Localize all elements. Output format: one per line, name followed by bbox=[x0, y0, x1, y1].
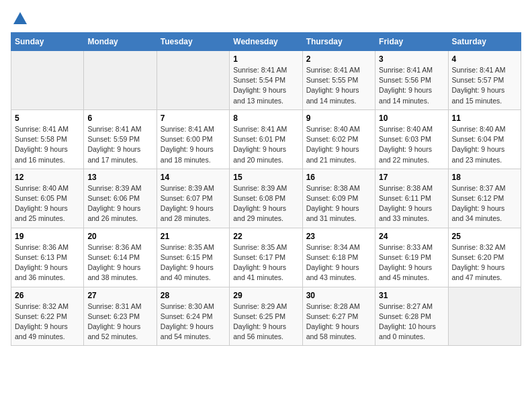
day-number: 15 bbox=[233, 173, 298, 182]
day-info: Sunrise: 8:31 AMSunset: 6:23 PMDaylight:… bbox=[87, 302, 152, 342]
day-number: 4 bbox=[452, 54, 517, 64]
day-info: Sunrise: 8:41 AMSunset: 5:55 PMDaylight:… bbox=[306, 65, 371, 106]
calendar-cell: 7Sunrise: 8:41 AMSunset: 6:00 PMDaylight… bbox=[157, 109, 229, 169]
day-number: 31 bbox=[379, 291, 444, 300]
calendar-cell: 18Sunrise: 8:37 AMSunset: 6:12 PMDayligh… bbox=[448, 169, 521, 228]
weekday-header-friday: Friday bbox=[375, 33, 448, 51]
calendar-cell: 19Sunrise: 8:36 AMSunset: 6:13 PMDayligh… bbox=[11, 228, 84, 287]
weekday-header-tuesday: Tuesday bbox=[157, 33, 229, 51]
day-info: Sunrise: 8:27 AMSunset: 6:28 PMDaylight:… bbox=[379, 302, 444, 342]
day-info: Sunrise: 8:41 AMSunset: 6:01 PMDaylight:… bbox=[233, 124, 298, 165]
day-number: 24 bbox=[379, 232, 444, 241]
day-info: Sunrise: 8:41 AMSunset: 5:57 PMDaylight:… bbox=[452, 65, 517, 106]
calendar-cell: 2Sunrise: 8:41 AMSunset: 5:55 PMDaylight… bbox=[302, 51, 375, 110]
day-number: 28 bbox=[161, 291, 226, 300]
calendar-cell: 4Sunrise: 8:41 AMSunset: 5:57 PMDaylight… bbox=[448, 51, 521, 110]
day-info: Sunrise: 8:40 AMSunset: 6:03 PMDaylight:… bbox=[379, 124, 444, 165]
day-info: Sunrise: 8:40 AMSunset: 6:05 PMDaylight:… bbox=[15, 183, 80, 224]
calendar-cell: 23Sunrise: 8:34 AMSunset: 6:18 PMDayligh… bbox=[302, 228, 375, 287]
calendar-cell: 30Sunrise: 8:28 AMSunset: 6:27 PMDayligh… bbox=[302, 287, 375, 346]
day-number: 17 bbox=[379, 173, 444, 182]
calendar-cell: 1Sunrise: 8:41 AMSunset: 5:54 PMDaylight… bbox=[230, 51, 302, 110]
calendar-cell: 28Sunrise: 8:30 AMSunset: 6:24 PMDayligh… bbox=[157, 287, 229, 346]
day-number: 23 bbox=[306, 232, 371, 241]
day-number: 5 bbox=[15, 113, 80, 123]
day-number: 14 bbox=[161, 173, 226, 182]
day-info: Sunrise: 8:39 AMSunset: 6:08 PMDaylight:… bbox=[233, 183, 298, 224]
calendar-cell: 20Sunrise: 8:36 AMSunset: 6:14 PMDayligh… bbox=[84, 228, 157, 287]
day-info: Sunrise: 8:38 AMSunset: 6:09 PMDaylight:… bbox=[306, 183, 371, 224]
day-number: 21 bbox=[161, 232, 226, 241]
day-number: 9 bbox=[306, 113, 371, 123]
day-number: 1 bbox=[233, 54, 298, 64]
day-info: Sunrise: 8:29 AMSunset: 6:25 PMDaylight:… bbox=[233, 302, 298, 342]
day-number: 16 bbox=[306, 173, 371, 182]
weekday-header-monday: Monday bbox=[84, 33, 157, 51]
calendar-cell bbox=[84, 51, 157, 110]
day-number: 6 bbox=[87, 113, 152, 123]
calendar-cell: 9Sunrise: 8:40 AMSunset: 6:02 PMDaylight… bbox=[302, 109, 375, 169]
day-number: 30 bbox=[306, 291, 371, 300]
calendar-cell: 25Sunrise: 8:32 AMSunset: 6:20 PMDayligh… bbox=[448, 228, 521, 287]
day-number: 2 bbox=[306, 54, 371, 64]
weekday-header-saturday: Saturday bbox=[448, 33, 521, 51]
day-number: 13 bbox=[87, 173, 152, 182]
calendar-cell: 29Sunrise: 8:29 AMSunset: 6:25 PMDayligh… bbox=[230, 287, 302, 346]
weekday-header-sunday: Sunday bbox=[11, 33, 84, 51]
day-number: 27 bbox=[87, 291, 152, 300]
day-number: 20 bbox=[87, 232, 152, 241]
day-number: 10 bbox=[379, 113, 444, 123]
logo bbox=[11, 11, 28, 27]
calendar-cell: 3Sunrise: 8:41 AMSunset: 5:56 PMDaylight… bbox=[375, 51, 448, 110]
day-info: Sunrise: 8:41 AMSunset: 5:58 PMDaylight:… bbox=[15, 124, 80, 165]
day-number: 7 bbox=[161, 113, 226, 123]
day-info: Sunrise: 8:41 AMSunset: 5:54 PMDaylight:… bbox=[233, 65, 298, 106]
calendar-cell: 6Sunrise: 8:41 AMSunset: 5:59 PMDaylight… bbox=[84, 109, 157, 169]
day-info: Sunrise: 8:41 AMSunset: 5:56 PMDaylight:… bbox=[379, 65, 444, 106]
day-info: Sunrise: 8:36 AMSunset: 6:13 PMDaylight:… bbox=[15, 242, 80, 283]
day-info: Sunrise: 8:39 AMSunset: 6:07 PMDaylight:… bbox=[161, 183, 226, 224]
day-number: 8 bbox=[233, 113, 298, 123]
calendar-cell: 16Sunrise: 8:38 AMSunset: 6:09 PMDayligh… bbox=[302, 169, 375, 228]
calendar-cell: 26Sunrise: 8:32 AMSunset: 6:22 PMDayligh… bbox=[11, 287, 84, 346]
calendar-cell: 21Sunrise: 8:35 AMSunset: 6:15 PMDayligh… bbox=[157, 228, 229, 287]
calendar-cell: 8Sunrise: 8:41 AMSunset: 6:01 PMDaylight… bbox=[230, 109, 302, 169]
calendar-cell: 22Sunrise: 8:35 AMSunset: 6:17 PMDayligh… bbox=[230, 228, 302, 287]
calendar-cell: 14Sunrise: 8:39 AMSunset: 6:07 PMDayligh… bbox=[157, 169, 229, 228]
page-header bbox=[11, 11, 521, 27]
calendar-cell: 15Sunrise: 8:39 AMSunset: 6:08 PMDayligh… bbox=[230, 169, 302, 228]
day-info: Sunrise: 8:41 AMSunset: 5:59 PMDaylight:… bbox=[87, 124, 152, 165]
day-info: Sunrise: 8:34 AMSunset: 6:18 PMDaylight:… bbox=[306, 242, 371, 283]
day-info: Sunrise: 8:41 AMSunset: 6:00 PMDaylight:… bbox=[161, 124, 226, 165]
day-number: 29 bbox=[233, 291, 298, 300]
calendar-cell: 17Sunrise: 8:38 AMSunset: 6:11 PMDayligh… bbox=[375, 169, 448, 228]
day-info: Sunrise: 8:35 AMSunset: 6:15 PMDaylight:… bbox=[161, 242, 226, 283]
calendar-cell bbox=[448, 287, 521, 346]
day-info: Sunrise: 8:40 AMSunset: 6:02 PMDaylight:… bbox=[306, 124, 371, 165]
calendar-cell: 24Sunrise: 8:33 AMSunset: 6:19 PMDayligh… bbox=[375, 228, 448, 287]
day-info: Sunrise: 8:37 AMSunset: 6:12 PMDaylight:… bbox=[452, 183, 517, 224]
day-info: Sunrise: 8:33 AMSunset: 6:19 PMDaylight:… bbox=[379, 242, 444, 283]
calendar-cell: 13Sunrise: 8:39 AMSunset: 6:06 PMDayligh… bbox=[84, 169, 157, 228]
calendar-cell: 27Sunrise: 8:31 AMSunset: 6:23 PMDayligh… bbox=[84, 287, 157, 346]
weekday-header-thursday: Thursday bbox=[302, 33, 375, 51]
day-number: 26 bbox=[15, 291, 80, 300]
day-info: Sunrise: 8:32 AMSunset: 6:20 PMDaylight:… bbox=[452, 242, 517, 283]
day-info: Sunrise: 8:38 AMSunset: 6:11 PMDaylight:… bbox=[379, 183, 444, 224]
day-number: 3 bbox=[379, 54, 444, 64]
day-number: 18 bbox=[452, 173, 517, 182]
day-info: Sunrise: 8:36 AMSunset: 6:14 PMDaylight:… bbox=[87, 242, 152, 283]
weekday-header-wednesday: Wednesday bbox=[230, 33, 302, 51]
calendar-cell: 5Sunrise: 8:41 AMSunset: 5:58 PMDaylight… bbox=[11, 109, 84, 169]
day-info: Sunrise: 8:32 AMSunset: 6:22 PMDaylight:… bbox=[15, 302, 80, 342]
day-number: 19 bbox=[15, 232, 80, 241]
calendar-cell bbox=[157, 51, 229, 110]
day-number: 25 bbox=[452, 232, 517, 241]
day-info: Sunrise: 8:35 AMSunset: 6:17 PMDaylight:… bbox=[233, 242, 298, 283]
calendar-cell: 11Sunrise: 8:40 AMSunset: 6:04 PMDayligh… bbox=[448, 109, 521, 169]
calendar-cell: 10Sunrise: 8:40 AMSunset: 6:03 PMDayligh… bbox=[375, 109, 448, 169]
calendar-cell: 31Sunrise: 8:27 AMSunset: 6:28 PMDayligh… bbox=[375, 287, 448, 346]
calendar-table: SundayMondayTuesdayWednesdayThursdayFrid… bbox=[11, 32, 521, 346]
day-number: 12 bbox=[15, 173, 80, 182]
day-number: 11 bbox=[452, 113, 517, 123]
